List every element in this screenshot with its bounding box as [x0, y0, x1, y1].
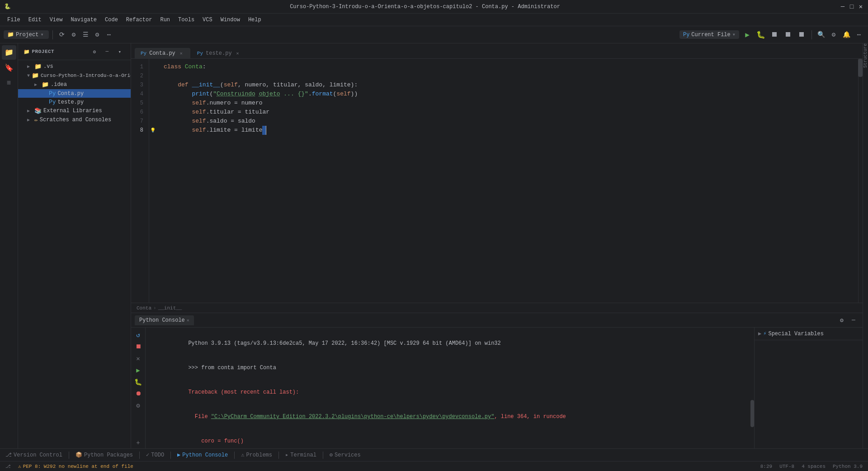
console-minimize-btn[interactable]: ─ [848, 315, 859, 326]
tree-item-curso[interactable]: ▼ 📁 Curso-Python-3-Introdu-o-a-Orienta-o… [18, 71, 131, 80]
tree-item-teste-py[interactable]: ▶ Py teste.py [18, 98, 131, 106]
console-close-btn[interactable]: ✕ [133, 353, 144, 364]
menu-help[interactable]: Help [245, 16, 265, 24]
bp-3[interactable] [151, 83, 155, 87]
file-tree: ▶ 📁 .vs ▼ 📁 Curso-Python-3-Introdu-o-a-O… [18, 60, 131, 448]
maximize-btn[interactable]: □ [848, 3, 855, 10]
attr-limite: limite [209, 126, 231, 135]
editor-area: Py Conta.py ✕ Py teste.py ✕ 1 2 3 4 5 6 … [131, 43, 863, 448]
menu-navigate[interactable]: Navigate [67, 16, 100, 24]
tab-close-conta[interactable]: ✕ [178, 50, 184, 57]
problems-icon: ⚠ [241, 452, 244, 458]
tab-label-conta: Conta.py [149, 50, 175, 57]
more-btn[interactable]: ⋯ [854, 29, 864, 40]
console-add-btn[interactable]: + [133, 438, 144, 448]
project-selector[interactable]: 📁 Project ▾ [4, 30, 49, 39]
console-stop-btn[interactable]: ⏹ [133, 341, 144, 352]
folder-icon-curso: 📁 [32, 72, 39, 79]
status-warning[interactable]: ⚠ PEP 8: W292 no newline at end of file [16, 463, 135, 469]
tab-close-teste[interactable]: ✕ [235, 50, 241, 57]
tab-conta-py[interactable]: Py Conta.py ✕ [135, 48, 190, 58]
console-run-btn[interactable]: ▶ [133, 365, 144, 376]
console-tab-close[interactable]: ✕ [187, 318, 189, 323]
menu-vcs[interactable]: VCS [199, 16, 216, 24]
console-left-tools: ↺ ⏹ ✕ ▶ 🐛 ⏺ ⚙ + [131, 328, 146, 448]
special-vars-expand-icon[interactable]: ▶ [758, 330, 761, 337]
toolbar-list-btn[interactable]: ☰ [80, 29, 91, 40]
gutter-8: 💡 [149, 126, 156, 135]
toolbar-sync-btn[interactable]: ⟳ [57, 29, 67, 40]
breadcrumb-method[interactable]: __init__ [158, 305, 182, 311]
tab-teste-py[interactable]: Py teste.py ✕ [191, 48, 247, 58]
build-btn[interactable]: ⏹ [795, 29, 808, 41]
menu-view[interactable]: View [46, 16, 66, 24]
line-num-3: 3 [133, 81, 147, 90]
status-indent[interactable]: 4 spaces [800, 464, 827, 469]
sidebar-bookmarks-icon[interactable]: 🔖 [2, 61, 16, 75]
bottom-btn-problems[interactable]: ⚠ Problems [237, 451, 276, 459]
bottom-btn-python-packages[interactable]: 📦 Python Packages [72, 451, 137, 459]
console-settings2-btn[interactable]: ⚙ [133, 400, 144, 411]
console-exec-btn[interactable]: ⏺ [133, 388, 144, 399]
menu-bar: File Edit View Navigate Code Refactor Ru… [0, 14, 868, 26]
tree-label-scratches: Scratches and Consoles [40, 117, 111, 123]
status-git[interactable]: ⎇ [4, 464, 13, 469]
menu-file[interactable]: File [4, 16, 24, 24]
project-collapse-icon[interactable]: ▾ [114, 46, 125, 57]
bottom-btn-services[interactable]: ⚙ Services [326, 451, 364, 459]
editor-scrollbar[interactable] [858, 59, 863, 303]
status-position[interactable]: 8:29 [759, 464, 774, 469]
tree-item-idea[interactable]: ▶ 📁 .idea [18, 80, 131, 89]
status-encoding[interactable]: UTF-8 [778, 464, 796, 469]
profile-btn[interactable]: ⏹ [782, 29, 794, 41]
run-config-selector[interactable]: Py Current File ▾ [679, 30, 739, 39]
console-scrollbar-thumb[interactable] [750, 400, 754, 427]
tree-item-conta-py[interactable]: ▶ Py Conta.py [18, 89, 131, 98]
menu-code[interactable]: Code [101, 16, 122, 24]
menu-window[interactable]: Window [217, 16, 244, 24]
bottom-btn-version-control[interactable]: ⎇ Version Control [2, 451, 66, 459]
bottom-btn-python-console[interactable]: ▶ Python Console [174, 451, 231, 459]
console-scrollbar[interactable] [750, 328, 754, 448]
vc-icon: ⎇ [5, 452, 12, 458]
console-tab-python[interactable]: Python Console ✕ [135, 315, 194, 325]
menu-edit[interactable]: Edit [25, 16, 45, 24]
tree-item-scratches[interactable]: ▶ ✏ Scratches and Consoles [18, 115, 131, 124]
link-1[interactable]: "C:\PyCharm Community Edition 2022.3.2\p… [211, 414, 495, 420]
notifications-btn[interactable]: 🔔 [841, 29, 852, 40]
editor-scrollbar-thumb[interactable] [858, 59, 863, 77]
console-output[interactable]: Python 3.9.13 (tags/v3.9.13:6de2ca5, May… [146, 328, 750, 448]
toolbar-more-btn[interactable]: ⋯ [104, 29, 114, 40]
project-settings-icon[interactable]: ⚙ [89, 46, 100, 57]
coverage-btn[interactable]: ⏹ [768, 29, 781, 41]
minimize-btn[interactable]: ─ [839, 3, 846, 10]
run-config-label: Current File [691, 32, 730, 38]
structure-label[interactable]: Structure [863, 43, 868, 70]
settings-btn[interactable]: ⚙ [828, 29, 839, 40]
console-debug-btn[interactable]: 🐛 [133, 376, 144, 387]
bottom-btn-terminal[interactable]: ▸ Terminal [282, 451, 320, 459]
tree-item-external[interactable]: ▶ 📚 External Libraries [18, 106, 131, 115]
sidebar-project-icon[interactable]: 📁 [2, 45, 16, 60]
sidebar-structure-icon[interactable]: ≡ [2, 76, 16, 90]
console-rerun-btn[interactable]: ↺ [133, 329, 144, 340]
code-area[interactable]: class Conta: def __init__(self, numero, … [156, 59, 858, 303]
bottom-btn-todo[interactable]: ✓ TODO [142, 451, 168, 459]
toolbar-gear-btn[interactable]: ⚙ [92, 29, 103, 40]
debug-btn[interactable]: 🐛 [755, 29, 767, 41]
search-everywhere-btn[interactable]: 🔍 [816, 29, 826, 40]
tree-item-vs[interactable]: ▶ 📁 .vs [18, 62, 131, 71]
toolbar-settings-btn[interactable]: ⚙ [68, 29, 79, 40]
menu-refactor[interactable]: Refactor [123, 16, 156, 24]
breadcrumb-class[interactable]: Conta [137, 305, 151, 311]
project-close-icon[interactable]: ─ [102, 46, 113, 57]
bp-1[interactable] [151, 65, 155, 69]
menu-tools[interactable]: Tools [175, 16, 198, 24]
close-btn[interactable]: ✕ [857, 3, 864, 10]
todo-label: TODO [151, 452, 164, 458]
run-btn[interactable]: ▶ [741, 29, 754, 41]
cls-name-conta: Conta [185, 62, 203, 71]
console-settings-btn[interactable]: ⚙ [836, 315, 847, 326]
menu-run[interactable]: Run [156, 16, 174, 24]
status-python-version[interactable]: Python 3.9 [831, 464, 864, 469]
